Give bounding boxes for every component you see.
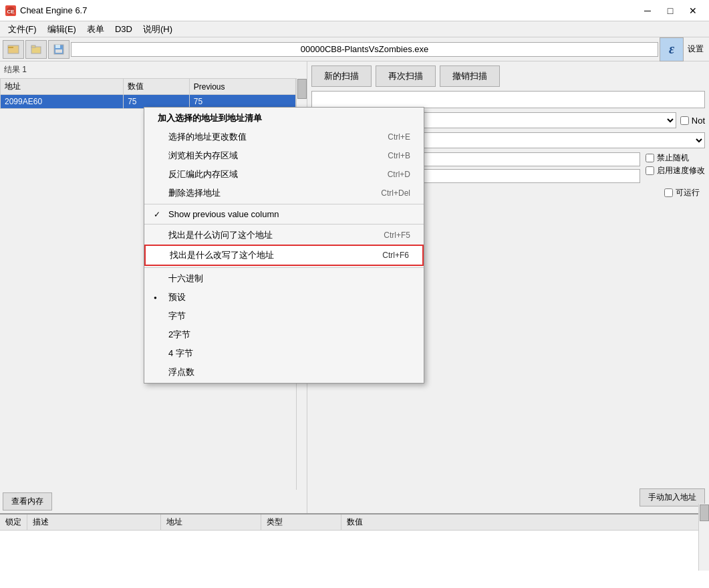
results-table: 地址 数值 Previous 2099AE60 75 75 — [0, 78, 296, 109]
ce-logo: ε — [660, 37, 684, 61]
ctx-disassemble-label: 反汇编此内存区域 — [168, 168, 238, 180]
col-type: 类型 — [261, 514, 341, 530]
checkboxes-col: 禁止随机 启用速度修改 — [646, 152, 705, 176]
menu-file[interactable]: 文件(F) — [3, 22, 42, 37]
ctx-browse-memory-label: 浏览相关内存区域 — [168, 150, 238, 162]
bottom-content — [0, 531, 709, 588]
ctx-change-value-shortcut: Ctrl+E — [388, 132, 410, 142]
scrollbar-thumb[interactable] — [297, 79, 307, 99]
window-title: Cheat Engine 6.7 — [20, 5, 87, 15]
runnable-label: 可运行 — [676, 187, 700, 198]
ctx-find-write[interactable]: 找出是什么改写了这个地址 Ctrl+F6 — [144, 245, 424, 266]
results-label: 结果 1 — [0, 61, 307, 78]
view-memory-button[interactable]: 查看内存 — [3, 492, 52, 510]
bottom-section: 锁定 描述 地址 类型 数值 — [0, 513, 709, 588]
col-value: 数值 — [124, 79, 190, 95]
ctx-title: 加入选择的地址到地址清单 — [144, 109, 424, 128]
scan-value-input[interactable] — [311, 91, 705, 108]
svg-rect-8 — [55, 49, 62, 53]
app-icon: CE — [5, 5, 16, 16]
ctx-find-access-shortcut: Ctrl+F5 — [384, 231, 410, 240]
ctx-sep-3 — [144, 267, 424, 268]
ctx-delete-label: 删除选择地址 — [168, 187, 221, 199]
ctx-byte-label: 字节 — [168, 310, 186, 322]
ctx-find-write-label: 找出是什么改写了这个地址 — [170, 249, 274, 261]
not-checkbox-row: Not — [680, 116, 705, 126]
ctx-hex[interactable]: 十六进制 — [144, 269, 424, 288]
enable-speed-row: 启用速度修改 — [646, 165, 705, 176]
minimize-button[interactable]: ─ — [637, 3, 658, 18]
ctx-disassemble-shortcut: Ctrl+D — [388, 170, 410, 179]
ctx-disassemble[interactable]: 反汇编此内存区域 Ctrl+D — [144, 165, 424, 184]
svg-rect-7 — [55, 45, 60, 48]
ctx-show-previous-label: Show previous value column — [168, 209, 279, 219]
toolbar-open-btn[interactable] — [3, 40, 24, 59]
disable-random-row: 禁止随机 — [646, 152, 705, 164]
scan-input-row — [311, 91, 705, 108]
ctx-find-access[interactable]: 找出是什么访问了这个地址 Ctrl+F5 — [144, 226, 424, 245]
ctx-find-write-shortcut: Ctrl+F6 — [382, 251, 409, 260]
window-controls: ─ □ ✕ — [637, 3, 704, 18]
process-address-bar[interactable] — [71, 42, 658, 57]
ctx-4byte-label: 4 字节 — [168, 347, 193, 359]
menu-table[interactable]: 表单 — [82, 22, 110, 37]
col-lock: 锁定 — [0, 514, 27, 530]
enable-speed-checkbox[interactable] — [646, 166, 654, 175]
ctx-float[interactable]: 浮点数 — [144, 363, 424, 382]
title-bar: CE Cheat Engine 6.7 ─ □ ✕ — [0, 0, 709, 21]
not-checkbox[interactable] — [680, 116, 689, 125]
ctx-4byte[interactable]: 4 字节 — [144, 344, 424, 363]
ctx-hex-label: 十六进制 — [168, 273, 203, 285]
cancel-scan-button[interactable]: 撤销扫描 — [440, 65, 500, 87]
disable-random-checkbox[interactable] — [646, 154, 654, 162]
menu-edit[interactable]: 编辑(E) — [42, 22, 82, 37]
menu-help[interactable]: 说明(H) — [138, 22, 178, 37]
ctx-preset[interactable]: 预设 — [144, 288, 424, 307]
ctx-2byte[interactable]: 2字节 — [144, 325, 424, 344]
svg-rect-5 — [31, 45, 35, 47]
enable-speed-label: 启用速度修改 — [657, 165, 705, 176]
col-address: 地址 — [1, 79, 124, 95]
ctx-delete-shortcut: Ctrl+Del — [381, 188, 410, 198]
context-menu: 加入选择的地址到地址清单 选择的地址更改数值 Ctrl+E 浏览相关内存区域 C… — [144, 107, 424, 384]
runnable-checkbox[interactable] — [664, 188, 673, 197]
svg-rect-2 — [8, 45, 19, 53]
ctx-find-access-label: 找出是什么访问了这个地址 — [168, 229, 273, 241]
toolbar-folder-btn[interactable] — [25, 40, 47, 59]
settings-label: 设置 — [685, 43, 706, 55]
menu-d3d[interactable]: D3D — [110, 23, 138, 35]
cell-address: 2099AE60 — [1, 95, 124, 109]
disable-random-label: 禁止随机 — [657, 152, 689, 164]
ctx-preset-label: 预设 — [168, 291, 186, 303]
ctx-sep-1 — [144, 204, 424, 204]
maximize-button[interactable]: □ — [660, 3, 681, 18]
title-bar-left: CE Cheat Engine 6.7 — [5, 5, 87, 16]
col-desc: 描述 — [27, 514, 161, 530]
col-addr: 地址 — [161, 514, 261, 530]
not-label: Not — [692, 116, 705, 126]
ctx-delete[interactable]: 删除选择地址 Ctrl+Del — [144, 184, 424, 202]
close-button[interactable]: ✕ — [682, 3, 704, 18]
col-val: 数值 — [341, 514, 709, 530]
svg-rect-3 — [8, 47, 13, 48]
ctx-browse-memory[interactable]: 浏览相关内存区域 Ctrl+B — [144, 146, 424, 165]
col-previous: Previous — [189, 79, 295, 95]
add-address-button[interactable]: 手动加入地址 — [640, 488, 705, 506]
ctx-change-value[interactable]: 选择的地址更改数值 Ctrl+E — [144, 128, 424, 146]
ctx-2byte-label: 2字节 — [168, 329, 190, 341]
ctx-browse-memory-shortcut: Ctrl+B — [388, 151, 410, 160]
ctx-byte[interactable]: 字节 — [144, 307, 424, 325]
new-scan-button[interactable]: 新的扫描 — [311, 65, 372, 87]
ctx-sep-2 — [144, 224, 424, 225]
rescan-button[interactable]: 再次扫描 — [376, 65, 436, 87]
svg-text:CE: CE — [7, 9, 15, 15]
ctx-float-label: 浮点数 — [168, 366, 194, 378]
ctx-change-value-label: 选择的地址更改数值 — [168, 131, 247, 143]
toolbar-save-btn[interactable] — [48, 40, 69, 59]
menu-bar: 文件(F) 编辑(E) 表单 D3D 说明(H) — [0, 21, 709, 37]
ctx-show-previous[interactable]: Show previous value column — [144, 206, 424, 223]
left-panel-buttons: 查看内存 — [0, 490, 307, 513]
scan-buttons-row: 新的扫描 再次扫描 撤销扫描 — [311, 65, 705, 87]
bottom-header: 锁定 描述 地址 类型 数值 — [0, 514, 709, 531]
toolbar: ε 设置 — [0, 37, 709, 61]
